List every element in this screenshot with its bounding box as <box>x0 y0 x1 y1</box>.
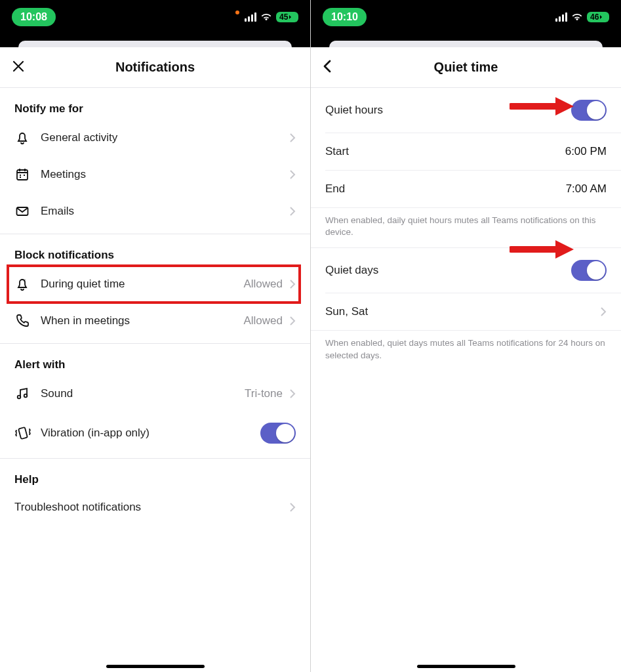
status-time-pill: 10:08 <box>12 8 56 26</box>
row-quiet-days[interactable]: Quiet days <box>311 248 621 293</box>
status-bar: 10:10 46 <box>311 0 621 34</box>
row-label: Emails <box>41 205 289 218</box>
wifi-icon <box>260 12 272 22</box>
row-label: Sun, Sat <box>325 305 368 318</box>
row-value: 6:00 PM <box>565 145 607 158</box>
home-indicator <box>106 665 205 668</box>
page-header: Notifications <box>0 47 310 88</box>
chevron-right-icon <box>289 502 296 513</box>
battery-level: 46 <box>590 12 599 22</box>
svg-point-3 <box>18 396 21 399</box>
page-header: Quiet time <box>311 47 621 88</box>
chevron-right-icon <box>289 133 296 143</box>
page-title: Quiet time <box>434 60 498 75</box>
status-icons: 45 <box>235 12 298 22</box>
quiet-time-content: Quiet hours Start 6:00 PM End 7:00 AM Wh… <box>311 88 621 672</box>
chevron-right-icon <box>289 388 296 399</box>
svg-rect-0 <box>17 170 28 180</box>
quiet-days-footnote: When enabled, quiet days mutes all Teams… <box>311 331 621 370</box>
row-troubleshoot[interactable]: Troubleshoot notifications <box>0 490 310 524</box>
chevron-right-icon <box>289 279 296 289</box>
row-emails[interactable]: Emails <box>0 193 310 230</box>
row-general-activity[interactable]: General activity <box>0 119 310 156</box>
row-quiet-hours-end[interactable]: End 7:00 AM <box>311 171 621 207</box>
battery-level: 45 <box>279 12 288 22</box>
row-quiet-hours-start[interactable]: Start 6:00 PM <box>311 133 621 170</box>
chevron-right-icon <box>289 316 296 326</box>
close-icon[interactable] <box>10 58 26 77</box>
svg-text:z: z <box>24 278 26 282</box>
svg-rect-5 <box>18 427 28 439</box>
bell-icon <box>14 130 41 146</box>
quiet-time-icon: z <box>14 276 41 292</box>
back-icon[interactable] <box>321 58 333 77</box>
wifi-icon <box>571 12 583 22</box>
section-header-alert: Alert with <box>0 344 310 375</box>
row-when-in-meetings[interactable]: When in meetings Allowed <box>0 303 310 339</box>
row-quiet-hours[interactable]: Quiet hours <box>311 88 621 133</box>
quiet-days-toggle[interactable] <box>571 260 607 281</box>
cellular-signal-icon <box>245 12 256 22</box>
vibration-toggle[interactable] <box>260 423 296 444</box>
phone-left: 10:08 45 Notifications Notify me for Gen… <box>0 0 310 672</box>
row-label: Sound <box>41 387 245 400</box>
row-label: During quiet time <box>41 278 243 291</box>
row-label: Quiet days <box>325 264 378 277</box>
quiet-hours-toggle[interactable] <box>571 100 607 121</box>
svg-point-4 <box>24 394 28 398</box>
home-indicator <box>417 665 515 668</box>
row-sound[interactable]: Sound Tri-tone <box>0 375 310 412</box>
row-value: 7:00 AM <box>566 182 607 196</box>
calendar-icon <box>14 167 41 182</box>
battery-indicator: 45 <box>276 12 298 22</box>
row-label: Vibration (in-app only) <box>41 427 260 440</box>
row-label: When in meetings <box>41 314 243 327</box>
row-value: Allowed <box>243 278 283 291</box>
row-label: General activity <box>41 131 289 144</box>
section-header-help: Help <box>0 459 310 490</box>
row-during-quiet-time[interactable]: z During quiet time Allowed <box>0 266 310 303</box>
status-icons: 46 <box>555 12 609 22</box>
page-title: Notifications <box>115 60 195 75</box>
row-vibration[interactable]: Vibration (in-app only) <box>0 412 310 454</box>
row-label: Start <box>325 145 349 158</box>
vibration-icon <box>14 425 41 441</box>
music-note-icon <box>14 386 41 402</box>
phone-icon <box>14 313 41 329</box>
sheet-stack-indicator <box>0 34 310 47</box>
row-label: Quiet hours <box>325 104 383 117</box>
row-value: Tri-tone <box>245 387 283 400</box>
status-bar: 10:08 45 <box>0 0 310 34</box>
sheet-stack-indicator <box>311 34 621 47</box>
section-header-block: Block notifications <box>0 234 310 266</box>
chevron-right-icon <box>600 306 607 317</box>
row-label: End <box>325 182 345 196</box>
row-quiet-days-selected[interactable]: Sun, Sat <box>311 293 621 330</box>
chevron-right-icon <box>289 206 296 217</box>
row-value: Allowed <box>243 314 283 327</box>
row-meetings[interactable]: Meetings <box>0 156 310 193</box>
battery-indicator: 46 <box>587 12 609 22</box>
chevron-right-icon <box>289 169 296 180</box>
section-header-notify: Notify me for <box>0 88 310 119</box>
row-label: Meetings <box>41 168 289 181</box>
mail-icon <box>14 203 41 219</box>
quiet-hours-footnote: When enabled, daily quiet hours mutes al… <box>311 208 621 247</box>
phone-right: 10:10 46 Quiet time Quiet hours Start 6:… <box>311 0 621 672</box>
notifications-content: Notify me for General activity Meetings … <box>0 88 310 672</box>
status-time-pill: 10:10 <box>323 8 367 26</box>
cellular-signal-icon <box>555 12 567 22</box>
row-label: Troubleshoot notifications <box>14 501 289 514</box>
recording-indicator-dot <box>235 10 239 14</box>
